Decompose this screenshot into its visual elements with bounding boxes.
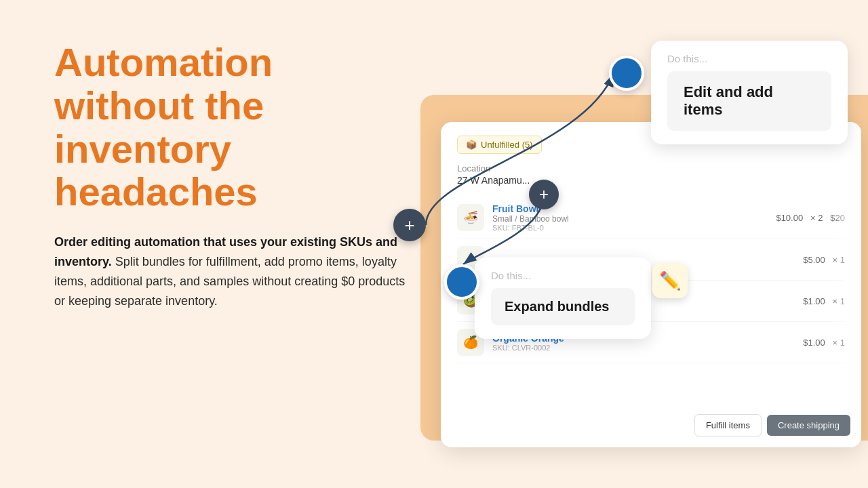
plus-button-mid[interactable]: + xyxy=(529,180,559,209)
plus-icon-left: + xyxy=(404,215,414,236)
panel-fade xyxy=(827,122,861,447)
fulfill-button[interactable]: Fulfill items xyxy=(694,414,762,436)
location-label: Location xyxy=(457,163,845,174)
mid-circle-node xyxy=(444,264,479,300)
pencil-icon: ✏️ xyxy=(659,270,681,291)
top-do-this-label: Do this... xyxy=(667,53,831,64)
card-top: Do this... Edit and add items xyxy=(651,41,848,144)
item-details-1: Fruit Bowl Small / Bamboo bowl SKU: FBT-… xyxy=(492,203,776,232)
mid-do-this-label: Do this... xyxy=(491,270,635,281)
unfulfilled-badge: 📦 Unfulfilled (5) xyxy=(457,136,542,154)
expand-bundles-button[interactable]: Expand bundles xyxy=(491,288,635,325)
item-variant-1: Small / Bamboo bowl xyxy=(492,214,776,224)
item-sku-1: SKU: FBT-BL-0 xyxy=(492,224,776,232)
location-address: 27 W Anapamu... xyxy=(457,175,845,186)
line-item-1: 🍜 Fruit Bowl Small / Bamboo bowl SKU: FB… xyxy=(457,197,845,239)
right-section: 📦 Unfulfilled (5) Location 27 W Anapamu.… xyxy=(393,41,868,447)
plus-icon-mid: + xyxy=(539,185,549,204)
plus-button-left[interactable]: + xyxy=(393,209,426,241)
edit-icon-float: ✏️ xyxy=(652,263,688,298)
left-section: Automation without the inventory headach… xyxy=(54,41,407,310)
item-image-1: 🍜 xyxy=(457,204,484,231)
create-shipping-button[interactable]: Create shipping xyxy=(767,415,850,436)
edit-add-items-button[interactable]: Edit and add items xyxy=(667,71,831,131)
body-text: Order editing automation that uses your … xyxy=(54,232,407,310)
card-mid: Do this... Expand bundles xyxy=(475,258,651,339)
unfulfilled-label: Unfulfilled (5) xyxy=(481,140,533,150)
bottom-buttons: Fulfill items Create shipping xyxy=(694,414,850,436)
item-sku-4: SKU: CLVR-0002 xyxy=(492,344,803,352)
unfulfilled-icon: 📦 xyxy=(466,140,477,150)
headline: Automation without the inventory headach… xyxy=(54,41,407,214)
top-circle-node xyxy=(609,56,644,91)
